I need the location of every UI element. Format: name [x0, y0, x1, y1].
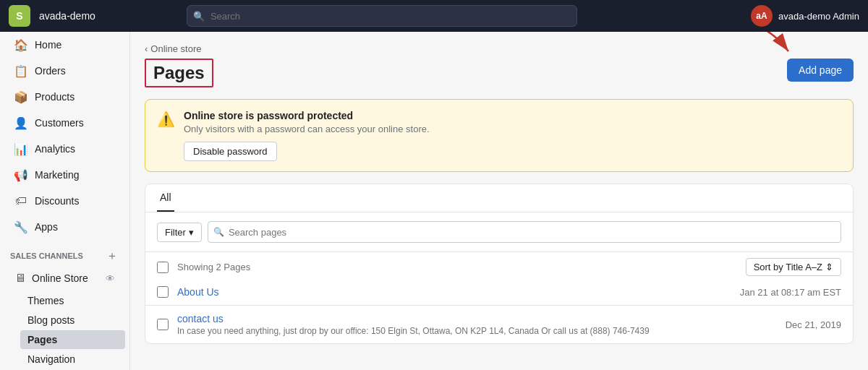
header-right: Add page: [787, 59, 854, 82]
sidebar-item-marketing[interactable]: 📢 Marketing: [4, 163, 125, 187]
eye-icon: 👁: [106, 273, 115, 284]
top-navigation: S avada-demo 🔍 aA avada-demo Admin: [0, 0, 868, 32]
logo[interactable]: S: [9, 5, 30, 27]
sidebar-item-pages[interactable]: Pages: [20, 330, 125, 349]
search-area: 🔍: [187, 5, 577, 27]
store-name: avada-demo: [39, 10, 95, 22]
page-title-contact-us[interactable]: contact us: [177, 313, 777, 324]
apps-icon: 🔧: [14, 220, 27, 233]
global-search-input[interactable]: [187, 5, 577, 27]
search-pages-area: 🔍: [208, 221, 841, 243]
sidebar-item-analytics[interactable]: 📊 Analytics: [4, 137, 125, 161]
sidebar-item-themes[interactable]: Themes: [20, 291, 125, 310]
main-layout: 🏠 Home 📋 Orders 📦 Products 👤 Customers 📊…: [0, 32, 868, 370]
sidebar-item-products[interactable]: 📦 Products: [4, 85, 125, 109]
sidebar: 🏠 Home 📋 Orders 📦 Products 👤 Customers 📊…: [0, 32, 130, 370]
sidebar-item-home[interactable]: 🏠 Home: [4, 33, 125, 57]
online-store-icon: 🖥: [14, 272, 26, 285]
sort-chevron-icon: ⇕: [825, 262, 833, 272]
sidebar-item-discounts[interactable]: 🏷 Discounts: [4, 189, 125, 213]
orders-icon: 📋: [14, 64, 27, 77]
page-date-contact-us: Dec 21, 2019: [786, 319, 841, 330]
avatar[interactable]: aA: [751, 5, 773, 27]
page-date-about-us: Jan 21 at 08:17 am EST: [740, 287, 841, 298]
tab-all[interactable]: All: [157, 184, 174, 212]
home-icon: 🏠: [14, 38, 27, 51]
password-banner: ⚠️ Online store is password protected On…: [145, 99, 854, 172]
search-pages-icon: 🔍: [213, 227, 224, 237]
page-title-about-us[interactable]: About Us: [177, 286, 731, 298]
main-content: ‹ Online store Pages: [130, 32, 868, 370]
breadcrumb[interactable]: ‹ Online store: [145, 43, 854, 54]
table-toolbar: Filter ▾ 🔍: [145, 212, 853, 252]
breadcrumb-label: Online store: [150, 43, 201, 54]
top-nav-right: aA avada-demo Admin: [751, 5, 859, 27]
add-page-button[interactable]: Add page: [787, 59, 854, 82]
search-pages-input[interactable]: [208, 221, 841, 243]
discounts-icon: 🏷: [14, 194, 27, 207]
page-header: Pages Add page: [145, 59, 854, 87]
chevron-down-icon: ▾: [189, 227, 194, 238]
password-banner-content: Online store is password protected Only …: [184, 110, 430, 161]
add-sales-channel-button[interactable]: ＋: [105, 249, 119, 263]
disable-password-button[interactable]: Disable password: [184, 142, 277, 161]
products-icon: 📦: [14, 90, 27, 103]
tabs-row: All: [145, 184, 853, 212]
search-icon: 🔍: [193, 11, 205, 22]
sidebar-item-navigation[interactable]: Navigation: [20, 350, 125, 369]
showing-row: Showing 2 Pages Sort by Title A–Z ⇕: [145, 252, 853, 279]
table-row: contact us In case you need anything, ju…: [145, 306, 853, 343]
sidebar-item-orders[interactable]: 📋 Orders: [4, 59, 125, 83]
password-banner-desc: Only visitors with a password can access…: [184, 124, 430, 134]
password-banner-title: Online store is password protected: [184, 110, 430, 121]
filter-button[interactable]: Filter ▾: [157, 223, 202, 242]
sidebar-item-apps[interactable]: 🔧 Apps: [4, 215, 125, 239]
page-desc-contact-us: In case you need anything, just drop by …: [177, 326, 777, 336]
pages-list: About Us Jan 21 at 08:17 am EST contact …: [145, 279, 853, 343]
sidebar-item-customers[interactable]: 👤 Customers: [4, 111, 125, 135]
breadcrumb-chevron: ‹: [145, 43, 148, 54]
row-checkbox-contact-us[interactable]: [157, 319, 169, 330]
sort-button[interactable]: Sort by Title A–Z ⇕: [746, 258, 841, 276]
marketing-icon: 📢: [14, 168, 27, 181]
online-store-submenu: Themes Blog posts Pages Navigation Domai…: [20, 291, 129, 370]
sidebar-item-blog-posts[interactable]: Blog posts: [20, 311, 125, 330]
select-all-checkbox[interactable]: [157, 262, 169, 273]
warning-icon: ⚠️: [157, 111, 175, 161]
page-title-box: Pages: [145, 59, 213, 87]
customers-icon: 👤: [14, 116, 27, 129]
row-checkbox-about-us[interactable]: [157, 286, 169, 298]
sales-channels-header: SALES CHANNELS ＋: [0, 240, 129, 266]
table-row: About Us Jan 21 at 08:17 am EST: [145, 279, 853, 306]
page-title: Pages: [153, 63, 205, 83]
admin-name: avada-demo Admin: [778, 11, 859, 22]
showing-text: Showing 2 Pages: [177, 262, 737, 272]
sidebar-item-online-store[interactable]: 🖥 Online Store 👁: [4, 267, 125, 290]
pages-table-card: All Filter ▾ 🔍 Showing 2 Page: [145, 184, 854, 344]
analytics-icon: 📊: [14, 142, 27, 155]
